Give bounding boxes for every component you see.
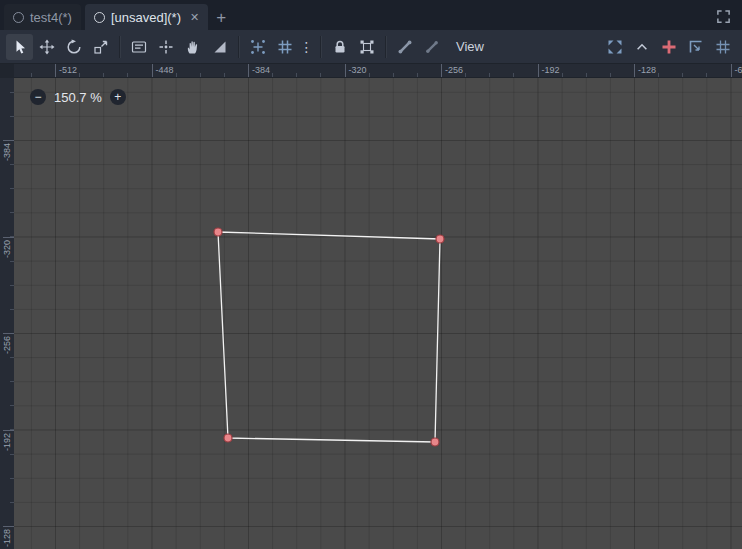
skeleton-options-button[interactable] <box>391 34 418 60</box>
rotate-tool-button[interactable] <box>60 34 87 60</box>
list-select-icon <box>131 39 147 55</box>
collapse-button[interactable] <box>628 34 655 60</box>
group-button[interactable] <box>353 34 380 60</box>
v-ruler-label: -384 <box>0 140 14 161</box>
bone-icon <box>397 39 413 55</box>
key-options-icon <box>688 39 704 55</box>
list-select-tool-button[interactable] <box>125 34 152 60</box>
polygon-shape <box>218 232 440 442</box>
scene-tab-label: test4(*) <box>30 10 72 25</box>
v-ruler[interactable]: -384-320-256-192-128 <box>0 78 14 549</box>
scene-icon <box>94 12 105 23</box>
insert-key-icon <box>661 39 677 55</box>
scale-tool-button[interactable] <box>87 34 114 60</box>
ruler-corner <box>0 64 14 78</box>
pivot-tool-button[interactable] <box>152 34 179 60</box>
ruler-icon <box>212 39 228 55</box>
h-ruler-label: -448 <box>152 64 174 78</box>
v-ruler-label: -128 <box>0 526 14 547</box>
insert-key-button[interactable] <box>655 34 682 60</box>
select-tool-button[interactable] <box>6 34 33 60</box>
move-tool-button[interactable] <box>33 34 60 60</box>
scene-tab-bar: test4(*) [unsaved](*) ✕ + <box>0 0 742 30</box>
toolbar-separator <box>320 36 321 58</box>
h-ruler-label: -512 <box>55 64 77 78</box>
smart-snap-button[interactable] <box>244 34 271 60</box>
v-ruler-label: -320 <box>0 237 14 258</box>
snap-options-button[interactable]: ⋮ <box>298 34 315 60</box>
h-ruler-label: -320 <box>345 64 367 78</box>
frame-selection-icon <box>607 39 623 55</box>
chevron-up-icon <box>635 40 649 54</box>
toolbar-separator <box>119 36 120 58</box>
ruler-tool-button[interactable] <box>206 34 233 60</box>
new-scene-button[interactable]: + <box>208 4 234 30</box>
grid-snap-icon <box>277 39 293 55</box>
content-row: -384-320-256-192-128 − 150.7 % + <box>0 78 742 549</box>
animation-grid-button[interactable] <box>709 34 736 60</box>
polygon-vertex[interactable] <box>436 235 444 243</box>
pan-hand-icon <box>185 39 201 55</box>
select-arrow-icon <box>12 39 28 55</box>
group-icon <box>359 39 375 55</box>
pivot-icon <box>158 39 174 55</box>
scene-tab-test4[interactable]: test4(*) <box>4 4 81 30</box>
ruler-row: -512-448-384-320-256-192-128-64 <box>0 64 742 78</box>
distraction-free-icon[interactable] <box>714 7 732 25</box>
polygon-layer <box>14 78 742 549</box>
toolbar-separator <box>238 36 239 58</box>
move-icon <box>39 39 55 55</box>
lock-icon <box>332 39 348 55</box>
scene-tab-label: [unsaved](*) <box>111 10 181 25</box>
grid-snap-button[interactable] <box>271 34 298 60</box>
toolbar-separator <box>385 36 386 58</box>
scene-tab-unsaved[interactable]: [unsaved](*) ✕ <box>85 4 208 30</box>
polygon-vertex[interactable] <box>214 228 222 236</box>
frame-selection-button[interactable] <box>601 34 628 60</box>
pan-tool-button[interactable] <box>179 34 206 60</box>
bone-icon <box>424 39 440 55</box>
zoom-out-button[interactable]: − <box>30 89 46 105</box>
godot-canvas-editor: test4(*) [unsaved](*) ✕ + <box>0 0 742 549</box>
key-options-button[interactable] <box>682 34 709 60</box>
scale-icon <box>93 39 109 55</box>
v-ruler-label: -256 <box>0 333 14 354</box>
polygon-vertex[interactable] <box>224 434 232 442</box>
h-ruler-label: -64 <box>731 64 742 78</box>
smart-snap-icon <box>250 39 266 55</box>
zoom-widget: − 150.7 % + <box>30 89 126 105</box>
view-menu-button[interactable]: View <box>445 34 495 60</box>
h-ruler-label: -192 <box>538 64 560 78</box>
h-ruler-label: -128 <box>634 64 656 78</box>
v-ruler-label: -192 <box>0 430 14 451</box>
canvas-toolbar: ⋮ <box>0 30 742 64</box>
polygon-vertex[interactable] <box>431 438 439 446</box>
h-ruler-label: -384 <box>248 64 270 78</box>
lock-button[interactable] <box>326 34 353 60</box>
toolbar-right-cluster <box>601 34 736 60</box>
canvas-viewport[interactable]: − 150.7 % + <box>14 78 742 549</box>
h-ruler-label: -256 <box>441 64 463 78</box>
close-tab-icon[interactable]: ✕ <box>190 12 199 23</box>
scene-icon <box>13 12 24 23</box>
animation-grid-icon <box>715 39 731 55</box>
rotate-icon <box>66 39 82 55</box>
h-ruler[interactable]: -512-448-384-320-256-192-128-64 <box>14 64 742 78</box>
skeleton-menu-button[interactable] <box>418 34 445 60</box>
zoom-in-button[interactable]: + <box>110 89 126 105</box>
zoom-level[interactable]: 150.7 % <box>54 90 102 105</box>
vertical-dots-icon: ⋮ <box>300 40 314 54</box>
